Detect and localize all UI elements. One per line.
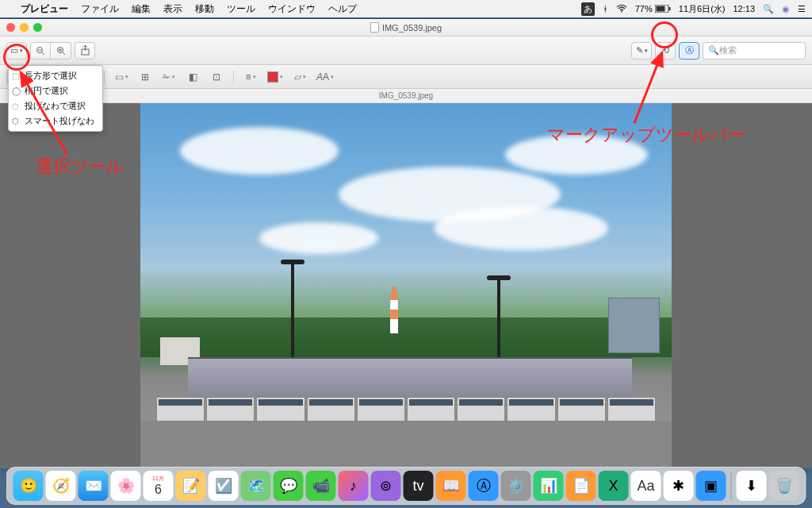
menu-edit[interactable]: 編集	[125, 2, 157, 16]
dock-calendar[interactable]: 11月6	[144, 471, 174, 501]
dock-podcasts[interactable]: ⊚	[371, 471, 401, 501]
battery-indicator[interactable]: 77%	[635, 4, 671, 13]
close-button[interactable]	[6, 23, 15, 32]
fill-color-tool[interactable]: ▱▾	[290, 69, 309, 85]
adjust-size-tool[interactable]: ⊡	[207, 69, 226, 85]
document-subtitle: IMG_0539.jpeg	[0, 89, 812, 103]
svg-rect-2	[656, 6, 665, 12]
titlebar[interactable]: IMG_0539.jpeg	[0, 19, 812, 37]
ime-indicator[interactable]: あ	[581, 2, 595, 16]
markup-toolbar: ⛶▾ ✦ 〰 ✎ ▭▾ ⊞ ✁▾ ◧ ⊡ ≡▾ ▾ ▱▾ AA▾	[0, 65, 812, 89]
svg-line-8	[62, 52, 65, 55]
dock-zoom[interactable]: ▣	[696, 471, 726, 501]
dock-books[interactable]: 📖	[436, 471, 466, 501]
select-rectangle[interactable]: ⬚長方形で選択	[9, 68, 102, 83]
rotate-button[interactable]: ⟲	[655, 42, 676, 60]
select-ellipse[interactable]: ◯楕円で選択	[9, 83, 102, 98]
menu-file[interactable]: ファイル	[75, 2, 125, 16]
dock-trash[interactable]: 🗑️	[769, 471, 799, 501]
dock-dictionary[interactable]: Aa	[631, 471, 661, 501]
dock-numbers[interactable]: 📊	[534, 471, 564, 501]
dock-settings[interactable]: ⚙️	[501, 471, 531, 501]
text-style-tool[interactable]: AA▾	[314, 69, 336, 85]
bluetooth-icon[interactable]: ᚼ	[603, 4, 608, 13]
dock-notes[interactable]: 📝	[176, 471, 206, 501]
zoom-button[interactable]	[33, 23, 42, 32]
wifi-icon[interactable]	[616, 5, 627, 13]
menu-tools[interactable]: ツール	[220, 2, 262, 16]
file-icon	[370, 22, 379, 33]
select-smart-lasso[interactable]: ⬡スマート投げなわ	[9, 114, 102, 129]
dock-appstore[interactable]: Ⓐ	[469, 471, 499, 501]
dock-safari[interactable]: 🧭	[46, 471, 76, 501]
zoom-in-button[interactable]	[51, 42, 71, 60]
main-toolbar: ▭▾ ✎▾ ⟲ Ⓐ 🔍 検索	[0, 37, 812, 65]
svg-line-5	[42, 52, 45, 55]
sign-tool[interactable]: ✁▾	[159, 69, 178, 85]
dock-mail[interactable]: ✉️	[79, 471, 109, 501]
dock-pages[interactable]: 📄	[566, 471, 596, 501]
svg-point-0	[621, 11, 622, 13]
line-style-tool[interactable]: ≡▾	[241, 69, 260, 85]
border-color-tool[interactable]: ▾	[265, 69, 285, 85]
menubar-right: あ ᚼ 77% 11月6日(水) 12:13 🔍 ◉ ☰	[581, 2, 806, 16]
minimize-button[interactable]	[20, 23, 29, 32]
dock-slack[interactable]: ✱	[664, 471, 694, 501]
dock-downloads[interactable]: ⬇	[737, 471, 767, 501]
select-lasso[interactable]: ◌投げなわで選択	[9, 98, 102, 114]
window-title: IMG_0539.jpeg	[382, 23, 442, 33]
app-menu[interactable]: プレビュー	[14, 2, 75, 16]
sidebar-toggle[interactable]: ▭▾	[6, 42, 27, 60]
dock-facetime[interactable]: 📹	[306, 471, 336, 501]
dock: 🙂 🧭 ✉️ 🌸 11月6 📝 ☑️ 🗺️ 💬 📹 ♪ ⊚ tv 📖 Ⓐ ⚙️ …	[6, 467, 806, 505]
menubar: プレビュー ファイル 編集 表示 移動 ツール ウインドウ ヘルプ あ ᚼ 77…	[0, 0, 812, 17]
dock-messages[interactable]: 💬	[274, 471, 304, 501]
adjust-color-tool[interactable]: ◧	[183, 69, 202, 85]
menu-window[interactable]: ウインドウ	[262, 2, 322, 16]
dock-photos[interactable]: 🌸	[111, 471, 141, 501]
photo-content	[140, 103, 672, 468]
siri-icon[interactable]: ◉	[782, 4, 790, 14]
traffic-lights	[6, 23, 42, 32]
search-field[interactable]: 🔍 検索	[703, 42, 806, 60]
share-button[interactable]	[75, 42, 95, 60]
image-canvas[interactable]	[0, 103, 812, 468]
spotlight-icon[interactable]: 🔍	[763, 4, 774, 14]
highlight-button[interactable]: ✎▾	[631, 42, 652, 60]
dock-tv[interactable]: tv	[404, 471, 434, 501]
dock-excel[interactable]: X	[599, 471, 629, 501]
notification-center-icon[interactable]: ☰	[798, 4, 806, 14]
dock-maps[interactable]: 🗺️	[241, 471, 271, 501]
shapes-tool[interactable]: ▭▾	[112, 69, 131, 85]
text-tool[interactable]: ⊞	[136, 69, 155, 85]
dock-reminders[interactable]: ☑️	[209, 471, 239, 501]
menu-view[interactable]: 表示	[157, 2, 189, 16]
menu-go[interactable]: 移動	[189, 2, 220, 16]
time-display[interactable]: 12:13	[733, 4, 755, 13]
dock-finder[interactable]: 🙂	[13, 471, 44, 501]
svg-rect-3	[668, 7, 670, 10]
menu-help[interactable]: ヘルプ	[322, 2, 363, 16]
preview-window: IMG_0539.jpeg ▭▾ ✎▾ ⟲ Ⓐ 🔍 検索 ⛶▾ ✦ 〰 ✎ ▭▾…	[0, 19, 812, 468]
dock-music[interactable]: ♪	[339, 471, 369, 501]
selection-tool-menu: ⬚長方形で選択 ◯楕円で選択 ◌投げなわで選択 ⬡スマート投げなわ	[8, 65, 103, 132]
markup-toolbar-button[interactable]: Ⓐ	[679, 42, 699, 60]
date-display[interactable]: 11月6日(水)	[679, 3, 726, 15]
zoom-out-button[interactable]	[30, 42, 51, 60]
